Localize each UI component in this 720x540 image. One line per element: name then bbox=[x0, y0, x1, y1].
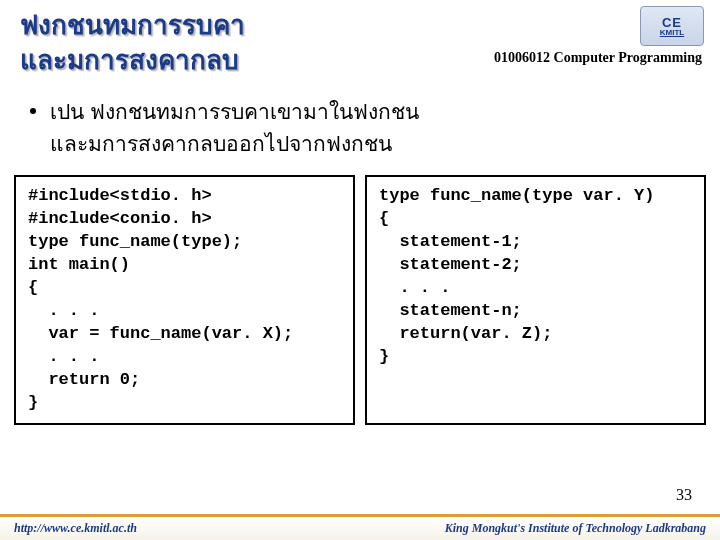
code-box-right: type func_name(type var. Y) { statement-… bbox=[365, 175, 706, 424]
slide-title: ฟงกชนทมการรบคา และมการสงคากลบ bbox=[0, 0, 720, 78]
title-line-1: ฟงกชนทมการรบคา bbox=[20, 8, 700, 43]
institution-logo: CE KMITL bbox=[640, 6, 704, 46]
course-code: 01006012 Computer Programming bbox=[494, 50, 702, 66]
bullet-line-2: และมการสงคากลบออกไปจากฟงกชน bbox=[50, 132, 392, 155]
code-box-left: #include<stdio. h> #include<conio. h> ty… bbox=[14, 175, 355, 424]
bullet-dot-icon bbox=[30, 108, 36, 114]
bullet-list: เปน ฟงกชนทมการรบคาเขามาในฟงกชน และมการสง… bbox=[0, 78, 720, 171]
bullet-text: เปน ฟงกชนทมการรบคาเขามาในฟงกชน และมการสง… bbox=[50, 96, 690, 159]
footer-institution: King Mongkut's Institute of Technology L… bbox=[445, 521, 706, 536]
footer-url: http://www.ce.kmitl.ac.th bbox=[14, 521, 137, 536]
slide: CE KMITL ฟงกชนทมการรบคา และมการสงคากลบ 0… bbox=[0, 0, 720, 540]
footer: http://www.ce.kmitl.ac.th King Mongkut's… bbox=[0, 514, 720, 540]
page-number: 33 bbox=[676, 486, 692, 504]
bullet-item: เปน ฟงกชนทมการรบคาเขามาในฟงกชน และมการสง… bbox=[30, 96, 690, 159]
bullet-line-1: เปน ฟงกชนทมการรบคาเขามาในฟงกชน bbox=[50, 100, 419, 123]
logo-bottom-text: KMITL bbox=[660, 29, 684, 37]
logo-top-text: CE bbox=[662, 16, 682, 29]
code-row: #include<stdio. h> #include<conio. h> ty… bbox=[0, 171, 720, 424]
